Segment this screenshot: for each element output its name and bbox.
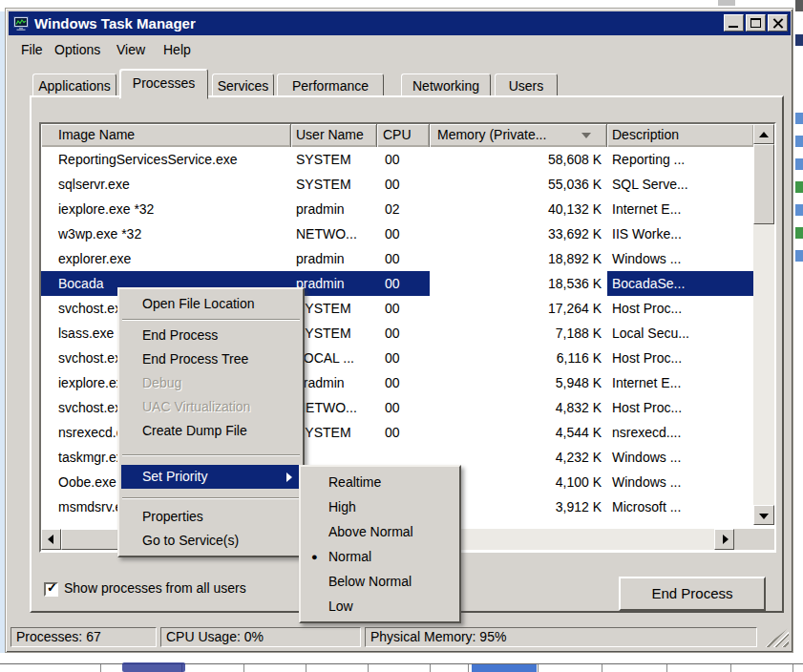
cell-user-name: pradmin: [291, 246, 377, 271]
resize-grip[interactable]: [764, 628, 789, 647]
menu-view[interactable]: View: [114, 39, 148, 60]
cell-cpu: 00: [377, 172, 430, 197]
end-process-button[interactable]: End Process: [619, 577, 766, 611]
submenu-item[interactable]: Below Normal: [303, 569, 457, 594]
cell-description: Host Proc...: [607, 346, 753, 370]
table-row[interactable]: sqlservr.exe SYSTEM 00 55,036 K SQL Serv…: [41, 172, 753, 197]
cell-user-name: NETWO...: [291, 221, 377, 246]
arrow-right-icon: [723, 535, 729, 544]
close-button[interactable]: [768, 14, 788, 32]
background-artifact: [795, 136, 803, 147]
cell-description: Windows ...: [607, 470, 753, 494]
background-grid-line: [430, 664, 431, 672]
menu-item-go-to-services[interactable]: Go to Service(s): [121, 529, 301, 553]
vertical-scrollbar[interactable]: [753, 124, 774, 525]
column-header-description[interactable]: Description: [607, 124, 753, 147]
menu-bar: File Options View Help: [6, 39, 792, 60]
column-header-memory[interactable]: Memory (Private...: [430, 124, 607, 147]
submenu-item-label: Normal: [328, 549, 371, 564]
menu-separator: [122, 319, 300, 321]
menu-item-end-process[interactable]: End Process: [121, 324, 301, 347]
cell-cpu: 00: [377, 346, 430, 370]
background-artifact: [795, 113, 803, 124]
cell-cpu: 00: [377, 296, 430, 321]
submenu-arrow-icon: [286, 472, 292, 482]
cell-user-name: pradmin: [291, 197, 377, 221]
background-artifact: [795, 204, 803, 216]
cell-memory: 33,692 K: [430, 221, 607, 246]
submenu-item[interactable]: Normal: [303, 544, 457, 569]
background-grid-line: [368, 664, 369, 672]
cell-description: Host Proc...: [607, 296, 753, 321]
menu-separator: [122, 454, 300, 456]
scroll-down-button[interactable]: [753, 505, 774, 525]
maximize-button[interactable]: [746, 14, 766, 32]
background-artifact: [795, 158, 803, 170]
scroll-left-button[interactable]: [41, 529, 61, 550]
cell-cpu: 00: [377, 395, 430, 420]
status-physical-memory: Physical Memory: 95%: [365, 627, 757, 647]
cell-description: Windows ...: [607, 445, 753, 470]
background-artifact: [795, 227, 803, 239]
table-row[interactable]: w3wp.exe *32 NETWO... 00 33,692 K IIS Wo…: [41, 221, 753, 246]
menu-item-create-dump-file[interactable]: Create Dump File: [121, 419, 301, 443]
menu-item-set-priority[interactable]: Set Priority: [121, 465, 301, 489]
menu-item-end-process-tree[interactable]: End Process Tree: [121, 347, 301, 371]
menu-item-open-file-location[interactable]: Open File Location: [121, 292, 301, 316]
minimize-button[interactable]: [724, 14, 744, 32]
background-artifact: [718, 0, 735, 6]
vertical-scroll-thumb[interactable]: [753, 144, 774, 224]
submenu-item-label: Below Normal: [328, 574, 412, 589]
column-header-user-name[interactable]: User Name: [291, 124, 377, 147]
scroll-up-button[interactable]: [753, 124, 774, 144]
background-grid-line: [792, 664, 793, 672]
background-grid-line: [730, 664, 731, 672]
cell-memory: 40,132 K: [430, 197, 607, 221]
radio-bullet-icon: [311, 544, 318, 569]
column-header-memory-label: Memory (Private...: [437, 127, 546, 142]
cell-image-name: sqlservr.exe: [41, 172, 291, 197]
menu-separator: [122, 497, 300, 499]
submenu-item[interactable]: Low: [303, 594, 457, 619]
cell-description: Windows ...: [607, 246, 753, 271]
arrow-up-icon: [759, 132, 769, 137]
table-row[interactable]: ReportingServicesService.exe SYSTEM 00 5…: [41, 147, 753, 172]
menu-item-properties[interactable]: Properties: [121, 505, 301, 529]
cell-cpu: 00: [377, 420, 430, 445]
scroll-right-button[interactable]: [714, 529, 734, 550]
menu-options[interactable]: Options: [52, 39, 103, 60]
set-priority-label: Set Priority: [142, 469, 207, 484]
background-grid-line: [538, 664, 539, 672]
cell-cpu: 02: [377, 197, 430, 221]
cell-memory: 6,116 K: [430, 346, 607, 370]
show-all-users-checkbox[interactable]: [44, 582, 58, 597]
cell-image-name: explorer.exe: [41, 246, 291, 271]
column-header-image-name[interactable]: Image Name: [41, 124, 291, 147]
window-title: Windows Task Manager: [34, 15, 196, 32]
menu-file[interactable]: File: [18, 39, 46, 60]
submenu-item[interactable]: Above Normal: [303, 519, 457, 544]
menu-help[interactable]: Help: [160, 39, 194, 60]
background-artifact: [795, 250, 803, 262]
maximize-icon: [750, 18, 761, 28]
show-all-users-label: Show processes from all users: [64, 580, 246, 596]
cell-memory: 58,608 K: [430, 147, 607, 172]
task-manager-icon: [12, 16, 30, 32]
arrow-down-icon: [759, 514, 769, 519]
cell-cpu: 00: [377, 246, 430, 271]
cell-description: SQL Serve...: [607, 172, 753, 197]
cell-memory: 4,544 K: [430, 420, 607, 445]
status-cpu-usage: CPU Usage: 0%: [160, 627, 361, 647]
tab-processes[interactable]: Processes: [119, 69, 208, 99]
column-header-cpu[interactable]: CPU: [377, 124, 430, 147]
cell-image-name: ReportingServicesService.exe: [41, 147, 291, 172]
minimize-icon: [729, 26, 738, 28]
background-grid-line: [0, 663, 803, 664]
table-row[interactable]: explorer.exe pradmin 00 18,892 K Windows…: [41, 246, 753, 271]
table-row[interactable]: iexplore.exe *32 pradmin 02 40,132 K Int…: [41, 197, 753, 221]
submenu-item-label: High: [328, 499, 356, 514]
title-bar[interactable]: Windows Task Manager: [9, 11, 791, 35]
submenu-item[interactable]: Realtime: [303, 470, 457, 494]
submenu-item[interactable]: High: [303, 494, 457, 519]
background-grid-line: [100, 664, 101, 672]
